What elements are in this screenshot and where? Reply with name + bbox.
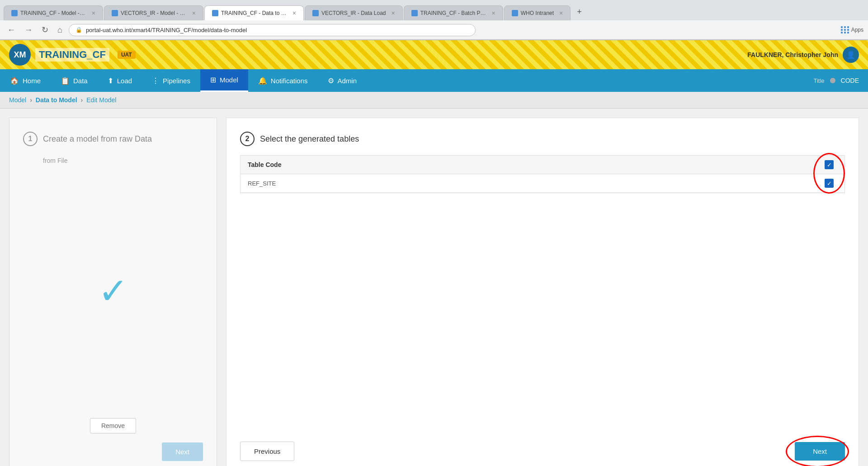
breadcrumb-data-to-model[interactable]: Data to Model <box>36 96 77 104</box>
breadcrumb-sep-2: › <box>81 96 83 104</box>
tab-close-4[interactable]: × <box>392 10 395 17</box>
browser-chrome: TRAINING_CF - Model - Edit × VECTORS_IR … <box>0 0 868 40</box>
next-button-wrapper: Next <box>795 442 845 461</box>
table-cell-code: REF_SITE <box>248 180 814 187</box>
tab-3[interactable]: TRAINING_CF - Data to Mo... × <box>204 5 304 20</box>
nav-pipelines-label: Pipelines <box>163 77 190 85</box>
logo-icon: XM <box>9 44 31 66</box>
tab-label-6: WHO Intranet <box>521 10 554 16</box>
tab-favicon-5 <box>411 10 418 16</box>
toggle-dot[interactable] <box>830 78 835 83</box>
step1-subtitle: from File <box>43 157 203 164</box>
address-bar: ← → ↻ ⌂ 🔒 portal-uat.who.int/xmart4/TRAI… <box>0 20 868 40</box>
step1-next-button: Next <box>162 442 203 461</box>
user-avatar[interactable]: 👤 <box>843 47 859 63</box>
home-button[interactable]: ⌂ <box>55 24 65 37</box>
tab-2[interactable]: VECTORS_IR - Model - Edit × <box>104 5 203 20</box>
url-text: portal-uat.who.int/xmart4/TRAINING_CF/mo… <box>86 27 247 33</box>
tab-label-4: VECTORS_IR - Data Load <box>321 10 386 16</box>
tab-close-6[interactable]: × <box>559 10 563 17</box>
main-nav: 🏠 Home 📋 Data ⬆ Load ⋮ Pipelines ⊞ Model… <box>0 69 868 92</box>
step1-footer: Next <box>23 433 203 461</box>
step1-title: Create a model from raw Data <box>43 134 152 144</box>
next-button[interactable]: Next <box>795 442 845 461</box>
model-icon: ⊞ <box>210 76 216 84</box>
nav-home[interactable]: 🏠 Home <box>0 70 51 91</box>
success-checkmark: ✓ <box>98 270 128 312</box>
lock-icon: 🔒 <box>75 27 82 33</box>
forward-button[interactable]: → <box>22 24 35 37</box>
code-label: CODE <box>841 77 859 84</box>
step1-header: 1 Create a model from raw Data <box>23 132 203 146</box>
tab-favicon-3 <box>212 10 218 16</box>
tab-bar: TRAINING_CF - Model - Edit × VECTORS_IR … <box>0 0 868 20</box>
load-icon: ⬆ <box>108 76 113 85</box>
apps-label[interactable]: Apps <box>841 26 863 33</box>
nav-pipelines[interactable]: ⋮ Pipelines <box>142 70 200 91</box>
content-area: 1 Create a model from raw Data from File… <box>0 109 868 466</box>
step1-number: 1 <box>23 132 38 146</box>
tab-favicon-1 <box>11 10 18 16</box>
nav-load-label: Load <box>117 77 132 85</box>
step2-header: 2 Select the generated tables <box>240 132 845 146</box>
app-header: XM TRAINING_CF UAT FAULKNER, Christopher… <box>0 40 868 69</box>
remove-button[interactable]: Remove <box>90 418 136 433</box>
new-tab-button[interactable]: + <box>571 4 587 20</box>
step1-panel: 1 Create a model from raw Data from File… <box>9 118 217 466</box>
breadcrumb-model[interactable]: Model <box>9 96 26 104</box>
nav-data[interactable]: 📋 Data <box>51 70 98 91</box>
tab-5[interactable]: TRAINING_CF - Batch Previ... × <box>404 5 503 20</box>
table-row: REF_SITE ✓ <box>241 174 844 193</box>
app-logo: XM TRAINING_CF UAT <box>9 44 136 66</box>
row-checkbox[interactable]: ✓ <box>825 179 834 188</box>
step2-title: Select the generated tables <box>260 134 359 144</box>
header-checkbox-container: ✓ <box>821 160 837 169</box>
tables-table: Table Code ✓ REF_SITE ✓ <box>240 155 845 193</box>
url-bar[interactable]: 🔒 portal-uat.who.int/xmart4/TRAINING_CF/… <box>69 24 476 36</box>
table-col-header: Table Code <box>248 161 814 168</box>
title-label: Title <box>813 77 824 84</box>
back-button[interactable]: ← <box>5 24 18 37</box>
admin-icon: ⚙ <box>328 76 334 85</box>
user-info: FAULKNER, Christopher John 👤 <box>747 47 859 63</box>
browser-actions: Apps <box>841 26 863 33</box>
pipelines-icon: ⋮ <box>152 76 159 85</box>
uat-badge: UAT <box>118 51 136 59</box>
tab-close-1[interactable]: × <box>92 10 95 17</box>
nav-home-label: Home <box>23 77 41 85</box>
nav-model[interactable]: ⊞ Model <box>200 69 248 92</box>
tab-label-1: TRAINING_CF - Model - Edit <box>20 10 86 16</box>
nav-admin[interactable]: ⚙ Admin <box>318 70 367 91</box>
tab-label-3: TRAINING_CF - Data to Mo... <box>221 10 287 16</box>
nav-data-label: Data <box>73 77 88 85</box>
tab-close-5[interactable]: × <box>492 10 495 17</box>
refresh-button[interactable]: ↻ <box>39 23 51 37</box>
breadcrumb-sep-1: › <box>30 96 32 104</box>
bell-icon: 🔔 <box>258 76 267 85</box>
tab-4[interactable]: VECTORS_IR - Data Load × <box>305 5 403 20</box>
nav-model-label: Model <box>220 76 238 84</box>
previous-button[interactable]: Previous <box>240 442 294 461</box>
tab-label-2: VECTORS_IR - Model - Edit <box>121 10 187 16</box>
row-checkbox-container: ✓ <box>821 179 837 188</box>
tab-close-3[interactable]: × <box>292 10 296 17</box>
tab-label-5: TRAINING_CF - Batch Previ... <box>420 10 486 16</box>
tab-1[interactable]: TRAINING_CF - Model - Edit × <box>4 5 103 20</box>
nav-admin-label: Admin <box>338 77 357 85</box>
data-icon: 📋 <box>61 76 70 85</box>
user-name: FAULKNER, Christopher John <box>747 51 838 58</box>
nav-notifications[interactable]: 🔔 Notifications <box>248 70 318 91</box>
select-all-checkbox[interactable]: ✓ <box>825 160 834 169</box>
apps-grid-icon <box>841 26 849 33</box>
tab-close-2[interactable]: × <box>192 10 196 17</box>
tab-favicon-2 <box>112 10 118 16</box>
step2-footer: Previous Next <box>240 433 845 461</box>
breadcrumb: Model › Data to Model › Edit Model <box>0 92 868 109</box>
tab-favicon-6 <box>512 10 518 16</box>
nav-load[interactable]: ⬆ Load <box>98 70 142 91</box>
step2-number: 2 <box>240 132 255 146</box>
breadcrumb-edit-model[interactable]: Edit Model <box>86 96 116 104</box>
home-icon: 🏠 <box>10 76 19 85</box>
app-title: TRAINING_CF <box>35 48 109 62</box>
tab-6[interactable]: WHO Intranet × <box>504 5 571 20</box>
